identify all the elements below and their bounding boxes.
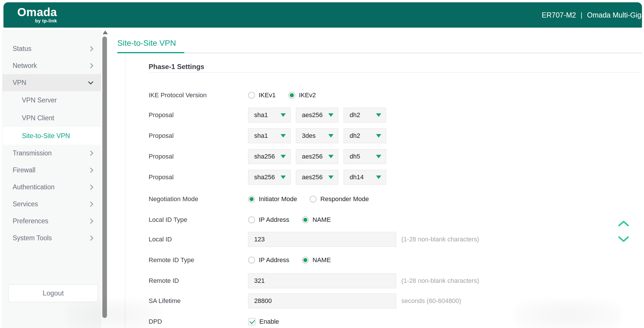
proposal-3-dropdowns: sha256 aes256 dh5 <box>248 149 391 164</box>
caret-down-icon <box>376 176 381 179</box>
chevron-right-icon <box>88 184 93 190</box>
radio-local-name[interactable]: NAME <box>302 216 331 224</box>
form-row-sa-lifetime: SA Lifetime seconds (60-604800) <box>149 293 461 308</box>
radio-label: Initiator Mode <box>259 195 297 203</box>
watermark-blob <box>515 299 621 328</box>
caret-down-icon <box>328 176 334 179</box>
sidebar-item-vpn[interactable]: VPN <box>3 74 101 91</box>
sidebar-item-label: VPN Server <box>22 96 57 104</box>
tab-baseline-divider <box>184 53 642 53</box>
dh-group-select[interactable]: dh2 <box>344 128 386 143</box>
radio-icon[interactable] <box>248 216 255 223</box>
omada-logo: Omada by tp-link <box>17 6 57 24</box>
radio-selected-icon[interactable] <box>248 196 255 203</box>
auth-algorithm-select[interactable]: sha1 <box>248 128 291 143</box>
scrollbar-up-arrow[interactable] <box>103 30 108 34</box>
sidebar-item-label: VPN Client <box>22 114 54 122</box>
radio-local-ip-address[interactable]: IP Address <box>248 216 289 224</box>
caret-down-icon <box>328 155 334 158</box>
form-row-remote-id: Remote ID (1-28 non-blank characters) <box>149 273 479 288</box>
caret-down-icon <box>376 113 381 117</box>
field-label: DPD <box>149 318 248 325</box>
sidebar-item-site-to-site-vpn[interactable]: Site-to-Site VPN <box>3 127 101 145</box>
encryption-algorithm-select[interactable]: aes256 <box>296 108 338 123</box>
tab-active-underline <box>117 52 184 53</box>
sidebar-item-services[interactable]: Services <box>3 196 101 213</box>
sidebar-item-authentication[interactable]: Authentication <box>3 179 101 196</box>
remote-id-input[interactable] <box>248 273 396 288</box>
auth-algorithm-select[interactable]: sha256 <box>248 170 291 185</box>
encryption-algorithm-select[interactable]: 3des <box>296 128 338 143</box>
negotiation-mode-radio-group: Initiator Mode Responder Mode <box>248 195 369 203</box>
caret-down-icon <box>281 155 286 158</box>
scroll-up-chevron-icon[interactable] <box>618 220 630 227</box>
content-left-divider <box>125 53 125 328</box>
form-row-proposal-2: Proposal sha1 3des dh2 <box>149 128 391 143</box>
dh-group-select[interactable]: dh14 <box>344 170 386 185</box>
sidebar-item-label: Status <box>13 45 31 53</box>
radio-label: IKEv2 <box>299 91 316 99</box>
field-label: SA Lifetime <box>149 297 248 305</box>
chevron-right-icon <box>88 235 93 241</box>
sidebar-item-vpn-client[interactable]: VPN Client <box>3 109 101 127</box>
radio-label: IP Address <box>259 256 289 264</box>
dh-group-select[interactable]: dh5 <box>344 149 386 164</box>
sidebar-item-status[interactable]: Status <box>3 40 101 57</box>
page-tab-site-to-site-vpn[interactable]: Site-to-Site VPN <box>117 39 176 48</box>
dpd-enable-checkbox[interactable] <box>248 318 256 325</box>
select-value: sha256 <box>254 153 275 160</box>
radio-label: NAME <box>313 256 331 264</box>
field-label: IKE Protocol Version <box>149 91 248 99</box>
select-value: dh14 <box>350 173 364 181</box>
remote-id-type-radio-group: IP Address NAME <box>248 256 331 264</box>
radio-ikev2[interactable]: IKEv2 <box>288 91 316 99</box>
auth-algorithm-select[interactable]: sha1 <box>248 108 291 123</box>
radio-selected-icon[interactable] <box>288 92 295 99</box>
caret-down-icon <box>328 113 334 117</box>
form-row-remote-id-type: Remote ID Type IP Address NAME <box>149 253 331 268</box>
form-row-proposal-1: Proposal sha1 aes256 dh2 <box>149 108 391 123</box>
field-label: Negotiation Mode <box>149 195 248 203</box>
radio-remote-name[interactable]: NAME <box>302 256 331 264</box>
sidebar-item-label: Services <box>13 200 38 208</box>
dh-group-select[interactable]: dh2 <box>344 108 386 123</box>
sa-lifetime-input[interactable] <box>248 293 396 308</box>
product-name: Omada Multi-Gigabi <box>587 11 642 19</box>
form-row-dpd: DPD Enable <box>149 314 279 328</box>
select-value: sha1 <box>254 111 268 119</box>
radio-initiator-mode[interactable]: Initiator Mode <box>248 195 297 203</box>
caret-down-icon <box>281 134 286 138</box>
select-value: aes256 <box>302 111 323 119</box>
chevron-right-icon <box>88 201 93 207</box>
encryption-algorithm-select[interactable]: aes256 <box>296 170 338 185</box>
form-row-proposal-3: Proposal sha256 aes256 dh5 <box>149 149 391 164</box>
chevron-right-icon <box>88 218 93 224</box>
sidebar-item-preferences[interactable]: Preferences <box>3 213 101 230</box>
field-label: Local ID <box>149 236 248 243</box>
sidebar-item-vpn-server[interactable]: VPN Server <box>3 91 101 109</box>
sidebar-item-system-tools[interactable]: System Tools <box>3 230 101 247</box>
radio-selected-icon[interactable] <box>302 216 309 223</box>
radio-icon[interactable] <box>248 92 255 99</box>
local-id-input[interactable] <box>248 232 396 247</box>
radio-ikev1[interactable]: IKEv1 <box>248 91 276 99</box>
caret-down-icon <box>281 113 286 117</box>
sidebar-item-network[interactable]: Network <box>3 57 101 74</box>
radio-icon[interactable] <box>248 257 255 264</box>
radio-remote-ip-address[interactable]: IP Address <box>248 256 289 264</box>
app-root: Omada by tp-link ER707-M2 | Omada Multi-… <box>0 0 644 328</box>
radio-icon[interactable] <box>310 196 317 203</box>
local-id-type-radio-group: IP Address NAME <box>248 216 331 224</box>
field-label: Remote ID <box>149 277 248 285</box>
sidebar-scrollbar-thumb[interactable] <box>102 37 107 318</box>
auth-algorithm-select[interactable]: sha256 <box>248 149 291 164</box>
section-title-phase1: Phase-1 Settings <box>149 63 204 71</box>
radio-selected-icon[interactable] <box>302 257 309 264</box>
sidebar-item-transmission[interactable]: Transmission <box>3 145 101 162</box>
encryption-algorithm-select[interactable]: aes256 <box>296 149 338 164</box>
radio-responder-mode[interactable]: Responder Mode <box>310 195 369 203</box>
field-label: Local ID Type <box>149 216 248 224</box>
sidebar-item-firewall[interactable]: Firewall <box>3 162 101 179</box>
scroll-down-chevron-icon[interactable] <box>618 236 630 243</box>
form-row-negotiation-mode: Negotiation Mode Initiator Mode Responde… <box>149 192 369 207</box>
